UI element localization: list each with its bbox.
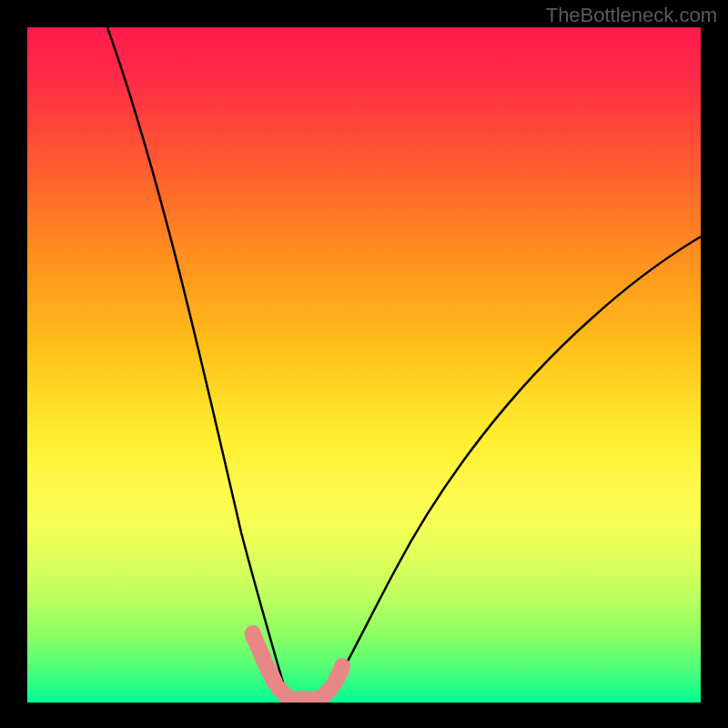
- marker-seg: [266, 664, 275, 682]
- plot-area: [27, 27, 701, 703]
- right-curve: [326, 237, 701, 697]
- curves-layer: [27, 27, 701, 703]
- marker-dot: [334, 658, 350, 674]
- marker-dot: [245, 625, 261, 642]
- chart-container: TheBottleneck.com: [0, 0, 728, 728]
- marker-group: [253, 635, 341, 699]
- watermark-text: TheBottleneck.com: [546, 4, 717, 27]
- left-curve: [107, 27, 288, 697]
- marker-seg: [322, 688, 331, 697]
